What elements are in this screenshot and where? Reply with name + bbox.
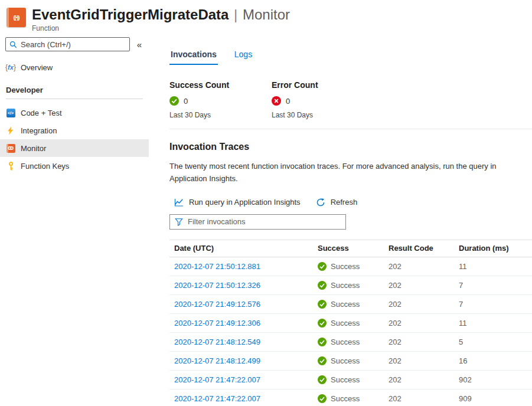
table-row: 2020-12-07 21:50:12.881 Success 202 11 <box>169 257 532 276</box>
sidebar-item-label: Overview <box>21 63 53 72</box>
trace-result-code: 202 <box>384 338 454 346</box>
run-query-button[interactable]: Run query in Application Insights <box>174 198 301 207</box>
sidebar: « {fx} Overview Developer </> Code + Tes… <box>0 37 149 406</box>
success-check-icon <box>318 262 327 271</box>
main-content: Invocations Logs Success Count 0 Last 30… <box>149 37 532 406</box>
sidebar-divider <box>6 99 143 99</box>
trace-date-link[interactable]: 2020-12-07 21:48:12.549 <box>174 338 260 346</box>
trace-result-code: 202 <box>384 262 454 271</box>
sidebar-item-integration[interactable]: Integration <box>0 122 149 139</box>
metric-value: 0 <box>184 97 188 106</box>
trace-result-code: 202 <box>384 356 454 365</box>
table-row: 2020-12-07 21:48:12.499 Success 202 16 <box>169 352 532 371</box>
sidebar-item-label: Integration <box>21 126 57 135</box>
trace-status: Success <box>331 338 360 346</box>
invocation-traces-table: Date (UTC) Success Result Code Duration … <box>169 240 532 406</box>
trace-status: Success <box>331 281 360 290</box>
trace-status: Success <box>331 356 360 365</box>
collapse-sidebar-button[interactable]: « <box>130 40 149 50</box>
page-title: EventGridTriggerMigrateData | Monitor <box>32 6 290 24</box>
trace-duration: 7 <box>454 281 532 290</box>
success-check-icon <box>318 375 327 384</box>
table-header-row: Date (UTC) Success Result Code Duration … <box>169 240 532 257</box>
filter-invocations-box <box>169 214 346 230</box>
trace-duration: 11 <box>454 262 532 271</box>
trace-result-code: 202 <box>384 394 454 403</box>
function-app-icon: ((•)) <box>6 8 26 27</box>
column-header-result-code: Result Code <box>384 244 454 253</box>
column-header-date: Date (UTC) <box>169 244 313 253</box>
success-check-icon <box>318 300 327 309</box>
refresh-button[interactable]: Refresh <box>316 198 358 207</box>
error-count-tile: Error Count 0 Last 30 Days <box>272 80 374 119</box>
fx-overview-icon: {fx} <box>6 63 15 72</box>
success-check-icon <box>318 319 327 328</box>
trace-status: Success <box>331 319 360 328</box>
search-input[interactable] <box>21 40 126 49</box>
sidebar-item-overview[interactable]: {fx} Overview <box>0 58 149 76</box>
trace-status: Success <box>331 375 360 384</box>
error-x-icon <box>272 96 281 106</box>
lightning-bolt-icon <box>6 126 15 135</box>
page-header: ((•)) EventGridTriggerMigrateData | Moni… <box>0 0 532 32</box>
filter-funnel-icon <box>175 218 183 226</box>
table-row: 2020-12-07 21:49:12.576 Success 202 7 <box>169 295 532 314</box>
tab-bar: Invocations Logs <box>169 47 532 65</box>
trace-date-link[interactable]: 2020-12-07 21:47:22.007 <box>174 375 260 384</box>
resource-type-label: Function <box>32 24 290 32</box>
trace-duration: 7 <box>454 300 532 309</box>
tab-logs[interactable]: Logs <box>233 47 253 65</box>
monitor-icon <box>6 143 15 153</box>
table-row: 2020-12-07 21:49:12.306 Success 202 11 <box>169 314 532 333</box>
sidebar-item-function-keys[interactable]: Function Keys <box>0 157 149 175</box>
trace-result-code: 202 <box>384 281 454 290</box>
sidebar-item-code-test[interactable]: </> Code + Test <box>0 104 149 122</box>
tab-invocations[interactable]: Invocations <box>169 47 218 65</box>
trace-duration: 909 <box>454 394 532 403</box>
key-icon <box>6 161 15 171</box>
table-row: 2020-12-07 21:50:12.326 Success 202 7 <box>169 276 532 295</box>
success-check-icon <box>318 356 327 365</box>
table-row: 2020-12-07 21:47:22.007 Success 202 909 <box>169 389 532 406</box>
title-separator: | <box>233 6 239 22</box>
table-row: 2020-12-07 21:48:12.549 Success 202 5 <box>169 333 532 352</box>
trace-date-link[interactable]: 2020-12-07 21:47:22.007 <box>174 394 260 403</box>
trace-date-link[interactable]: 2020-12-07 21:49:12.306 <box>174 319 260 328</box>
success-count-tile: Success Count 0 Last 30 Days <box>169 80 272 119</box>
trace-date-link[interactable]: 2020-12-07 21:50:12.881 <box>174 262 260 271</box>
code-test-icon: </> <box>6 108 15 117</box>
metric-caption: Last 30 Days <box>169 111 272 119</box>
trace-status: Success <box>331 394 360 403</box>
sidebar-item-monitor[interactable]: Monitor <box>0 139 149 157</box>
trace-status: Success <box>331 262 360 271</box>
metric-caption: Last 30 Days <box>272 111 374 119</box>
section-divider <box>169 129 532 129</box>
line-chart-icon <box>174 198 184 207</box>
refresh-icon <box>316 198 325 207</box>
success-check-icon <box>318 281 327 290</box>
sidebar-search-box <box>5 37 130 51</box>
trace-result-code: 202 <box>384 319 454 328</box>
refresh-label: Refresh <box>331 198 358 207</box>
sidebar-item-label: Monitor <box>21 144 46 153</box>
column-header-success: Success <box>313 244 384 253</box>
trace-date-link[interactable]: 2020-12-07 21:50:12.326 <box>174 281 260 290</box>
trace-date-link[interactable]: 2020-12-07 21:49:12.576 <box>174 300 260 309</box>
trace-duration: 5 <box>454 338 532 346</box>
filter-invocations-input[interactable] <box>188 217 341 226</box>
sidebar-item-label: Function Keys <box>21 162 69 171</box>
invocation-traces-heading: Invocation Traces <box>169 142 532 152</box>
metric-title: Error Count <box>272 80 374 90</box>
trace-status: Success <box>331 300 360 309</box>
sidebar-item-label: Code + Test <box>21 109 62 117</box>
metric-value: 0 <box>286 97 290 106</box>
success-check-icon <box>169 96 179 106</box>
function-name: EventGridTriggerMigrateData <box>32 6 229 22</box>
search-icon <box>9 41 17 48</box>
trace-date-link[interactable]: 2020-12-07 21:48:12.499 <box>174 356 260 365</box>
invocation-traces-description: The twenty most recent function invocati… <box>169 160 526 185</box>
table-row: 2020-12-07 21:47:22.007 Success 202 902 <box>169 371 532 389</box>
trace-duration: 16 <box>454 356 532 365</box>
trace-duration: 11 <box>454 319 532 328</box>
event-trigger-glyph: ((•)) <box>13 15 19 21</box>
